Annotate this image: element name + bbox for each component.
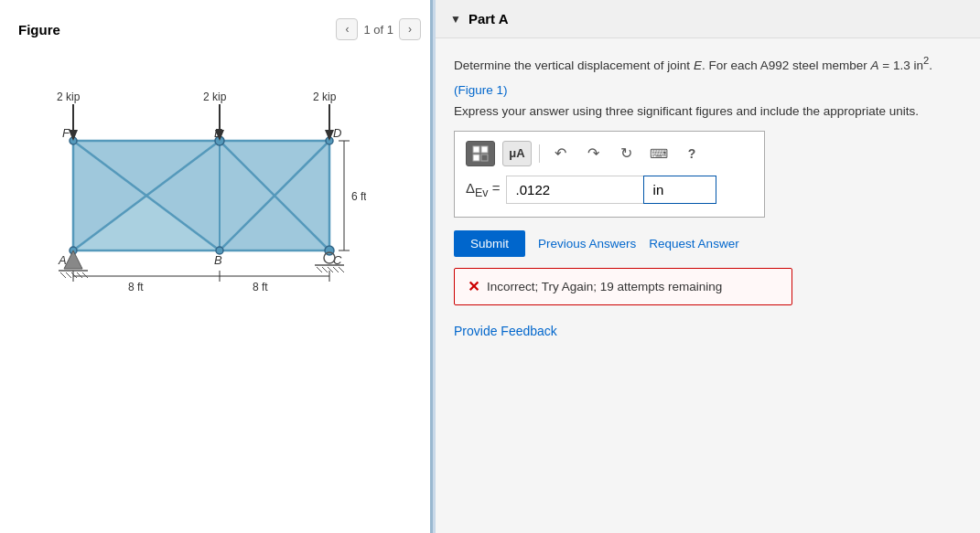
toolbar-separator <box>539 144 540 163</box>
previous-answers-link[interactable]: Previous Answers <box>538 237 636 251</box>
input-row: ΔEv = <box>466 176 753 204</box>
matrix-icon <box>472 145 489 162</box>
error-message: Incorrect; Try Again; 19 attempts remain… <box>487 280 722 293</box>
collapse-arrow[interactable]: ▼ <box>450 13 461 26</box>
redo-button[interactable]: ↷ <box>580 141 606 166</box>
joint-var: E <box>694 59 702 72</box>
delta-label: ΔEv = <box>466 180 501 199</box>
svg-line-56 <box>333 267 339 272</box>
figure-link[interactable]: (Figure 1) <box>454 83 508 97</box>
truss-diagram: 6 ft 8 ft 8 ft F E D A B C <box>18 59 366 369</box>
undo-button[interactable]: ↶ <box>547 141 573 166</box>
svg-text:6 ft: 6 ft <box>351 190 366 203</box>
refresh-button[interactable]: ↻ <box>613 141 639 166</box>
figure-prev-btn[interactable]: ‹ <box>336 18 358 40</box>
svg-rect-61 <box>481 155 488 161</box>
answer-toolbar: μΑ ↶ ↷ ↻ ⌨ ? <box>466 141 753 166</box>
help-button[interactable]: ? <box>679 141 705 166</box>
mu-icon: μΑ <box>509 146 524 160</box>
area-var: A <box>870 59 878 72</box>
svg-text:D: D <box>333 126 341 140</box>
svg-line-54 <box>322 267 328 272</box>
right-panel: ▼ Part A Determine the vertical displace… <box>433 0 980 533</box>
svg-line-53 <box>317 267 322 272</box>
svg-text:F: F <box>62 126 70 140</box>
svg-rect-60 <box>473 155 479 161</box>
svg-text:2 kip: 2 kip <box>57 91 81 103</box>
svg-text:8 ft: 8 ft <box>128 281 144 293</box>
figure-title: Figure <box>18 22 60 37</box>
answer-input[interactable] <box>506 176 643 204</box>
svg-line-48 <box>71 272 77 278</box>
matrix-button[interactable] <box>466 141 495 166</box>
mu-button[interactable]: μΑ <box>502 141 532 166</box>
answer-box: μΑ ↶ ↷ ↻ ⌨ ? ΔEv = <box>454 131 765 218</box>
provide-feedback-link[interactable]: Provide Feedback <box>454 324 557 338</box>
keyboard-button[interactable]: ⌨ <box>646 141 672 166</box>
svg-text:8 ft: 8 ft <box>253 281 268 293</box>
svg-text:B: B <box>214 253 222 267</box>
figure-next-btn[interactable]: › <box>399 18 421 40</box>
part-title: Part A <box>468 11 509 27</box>
error-icon: ✕ <box>468 278 479 295</box>
svg-text:2 kip: 2 kip <box>313 91 337 103</box>
request-answer-link[interactable]: Request Answer <box>649 237 738 251</box>
figure-page: 1 of 1 <box>363 23 393 37</box>
svg-line-47 <box>66 272 71 278</box>
svg-line-55 <box>328 267 333 272</box>
part-header: ▼ Part A <box>436 0 980 38</box>
part-content: Determine the vertical displacement of j… <box>436 38 980 353</box>
submit-row: Submit Previous Answers Request Answer <box>454 230 962 257</box>
problem-statement: Determine the vertical displacement of j… <box>454 53 962 75</box>
figure-header: Figure ‹ 1 of 1 › <box>18 18 421 40</box>
svg-line-49 <box>77 272 82 278</box>
svg-line-50 <box>82 272 88 278</box>
figure-nav: ‹ 1 of 1 › <box>336 18 421 40</box>
submit-button[interactable]: Submit <box>454 230 525 257</box>
express-instruction: Express your answer using three signific… <box>454 104 962 118</box>
unit-input[interactable] <box>643 176 716 204</box>
svg-marker-44 <box>64 251 82 269</box>
svg-line-46 <box>60 272 66 278</box>
left-panel: Figure ‹ 1 of 1 › <box>0 0 430 533</box>
svg-rect-59 <box>481 146 488 153</box>
error-box: ✕ Incorrect; Try Again; 19 attempts rema… <box>454 268 792 305</box>
svg-line-57 <box>339 267 344 272</box>
truss-svg: 6 ft 8 ft 8 ft F E D A B C <box>18 59 366 369</box>
svg-text:2 kip: 2 kip <box>203 91 227 103</box>
svg-text:A: A <box>58 253 67 267</box>
svg-rect-58 <box>473 146 479 153</box>
